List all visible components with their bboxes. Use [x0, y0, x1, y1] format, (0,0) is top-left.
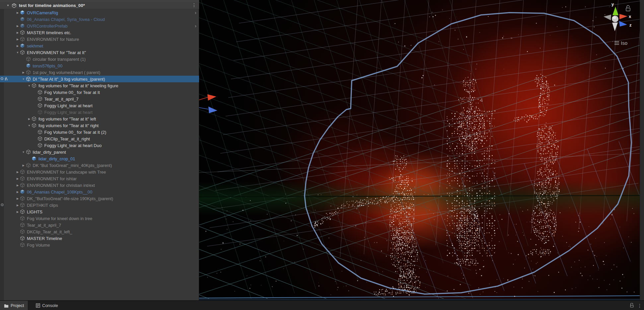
prefab-cube-icon: [26, 63, 31, 68]
unity-scene-icon: [12, 3, 17, 8]
visibility-icon[interactable]: [0, 77, 4, 81]
gameobject-cube-icon: [37, 90, 43, 95]
hierarchy-row[interactable]: ▶sekhmet: [0, 42, 199, 49]
hierarchy-row-label: 06_Ananias Chapel_108Kpts__00: [27, 190, 92, 194]
bottom-tab-bar: Project Console ⋮: [0, 300, 644, 310]
prefab-open-chevron[interactable]: ›: [195, 23, 196, 29]
x-axis-label: x: [629, 14, 631, 19]
expand-arrow[interactable]: ▶: [15, 38, 20, 41]
hierarchy-row[interactable]: MASTER Timeline: [0, 235, 199, 242]
hierarchy-row-label: MASTER Timeline: [27, 236, 62, 241]
hierarchy-row-label: Foggy Light_tear at heart: [44, 103, 93, 108]
prefab-cube-icon: [20, 189, 25, 194]
hierarchy-row-label: lidar_dirty_parent: [33, 150, 66, 155]
hierarchy-row[interactable]: ▶06_Ananias Chapel_108Kpts__00: [0, 189, 199, 195]
hierarchy-row-label: Tear_at_it_april_7: [44, 97, 79, 102]
expand-arrow[interactable]: ▼: [15, 51, 20, 54]
hierarchy-row-label: LIGHTS: [27, 209, 42, 214]
hierarchy-row[interactable]: ▶OVRCameraRig›: [0, 9, 199, 16]
hierarchy-row[interactable]: Fog Volume 00_ for Tear at It: [0, 89, 199, 96]
hierarchy-row-label: ENVIRONMENT for "Tear at It": [27, 50, 86, 55]
expand-arrow[interactable]: ▶: [21, 71, 26, 74]
hierarchy-row[interactable]: Foggy Light_tear at heart: [0, 102, 199, 109]
hierarchy-row-label: Foggy Light_tear at heart: [44, 110, 93, 115]
gameobject-cube-icon: [20, 37, 25, 42]
hierarchy-row[interactable]: DKClip_Tear_at_it_right: [0, 135, 199, 142]
expand-arrow[interactable]: ▶: [15, 204, 20, 207]
hierarchy-row[interactable]: ▶ENVIRONMENT for Landscape with Tree: [0, 169, 199, 175]
hierarchy-row[interactable]: ▼lidar_dirty_parent: [0, 149, 199, 155]
hierarchy-kebab-icon[interactable]: ⋮: [192, 2, 196, 8]
expand-arrow[interactable]: ▶: [15, 25, 20, 28]
hierarchy-row[interactable]: DKClip_Tear_at_it_left_: [0, 228, 199, 235]
expand-arrow[interactable]: ▶: [15, 177, 20, 180]
expand-arrow[interactable]: ▼: [21, 78, 26, 81]
gameobject-cube-icon: [20, 209, 25, 214]
expand-arrow[interactable]: ▶: [15, 44, 20, 47]
hierarchy-row[interactable]: ▼fog volumes for "Tear at It" kneeling f…: [0, 82, 199, 89]
hierarchy-row-label: DKClip_Tear_at_it_right: [44, 136, 90, 141]
hierarchy-row[interactable]: ▶DK "But TooGreat"_mini_40Kpts_(parent): [0, 162, 199, 169]
expand-arrow[interactable]: ▼: [27, 124, 32, 127]
hierarchy-row[interactable]: Fog Volume for kneel down in tree: [0, 215, 199, 222]
prefab-open-chevron[interactable]: ›: [195, 9, 196, 16]
scene-foldout-icon[interactable]: ▼: [7, 4, 9, 7]
hierarchy-row[interactable]: ▶OVRControllerPrefab›: [0, 23, 199, 29]
footer-kebab-icon[interactable]: ⋮: [637, 303, 642, 308]
hierarchy-row[interactable]: ▼ENVIRONMENT for "Tear at It": [0, 49, 199, 56]
expand-arrow[interactable]: ▶: [15, 171, 20, 174]
hierarchy-row[interactable]: Fog Volume: [0, 242, 199, 248]
expand-arrow[interactable]: ▶: [27, 117, 32, 120]
scene-title: test for timeline animations_00*: [19, 3, 85, 8]
iso-label: Iso: [621, 40, 627, 46]
unity-editor-window: ▼ test for timeline animations_00* ⋮ ▶OV…: [0, 0, 644, 310]
scene-viewport[interactable]: y x z Iso: [199, 0, 640, 300]
expand-arrow[interactable]: ▼: [21, 151, 26, 154]
expand-arrow[interactable]: ▶: [21, 164, 26, 167]
hierarchy-row[interactable]: torus576pts_00: [0, 62, 199, 69]
hierarchy-row[interactable]: 06_Ananias Chapel, Syria_fovea - Cloud: [0, 16, 199, 23]
gameobject-cube-icon: [20, 229, 25, 234]
hierarchy-row[interactable]: ▶LIGHTS: [0, 208, 199, 215]
hierarchy-row[interactable]: Foggy Light_tear at heart Duo: [0, 142, 199, 149]
gameobject-cube-icon: [20, 242, 25, 248]
gameobject-cube-icon: [26, 163, 31, 168]
hierarchy-row[interactable]: ▶ENVIRONMENT for ishtar: [0, 175, 199, 182]
scene-view[interactable]: y x z Iso: [199, 0, 640, 300]
expand-arrow[interactable]: ▼: [27, 84, 32, 87]
hierarchy-row[interactable]: Tear_at_it_april_7: [0, 96, 199, 102]
expand-arrow[interactable]: ▶: [15, 197, 20, 200]
hierarchy-row[interactable]: Foggy Light_tear at heart: [0, 109, 199, 116]
tab-project[interactable]: Project: [0, 301, 28, 310]
hierarchy-row[interactable]: ▶DEPTHKIT clips: [0, 202, 199, 208]
hierarchy-row[interactable]: ▼DI "Tear At It"_3 fog volumes_(parent): [0, 76, 199, 82]
hierarchy-row[interactable]: circular floor transparent (1): [0, 56, 199, 62]
hierarchy-row[interactable]: ▼fog volumes for "Tear at It" right: [0, 122, 199, 129]
scene-header-row[interactable]: ▼ test for timeline animations_00* ⋮: [0, 2, 199, 9]
expand-arrow[interactable]: ▶: [15, 191, 20, 194]
expand-arrow[interactable]: ▶: [15, 184, 20, 187]
expand-arrow[interactable]: ▶: [15, 210, 20, 213]
prefab-cube-icon: [20, 17, 25, 22]
gameobject-cube-icon: [20, 169, 25, 175]
hierarchy-row-label: 1st pov_fog volume&heart ( parent): [33, 70, 101, 75]
pickability-icon[interactable]: [4, 77, 8, 81]
tab-console[interactable]: Console: [32, 301, 62, 310]
hierarchy-row[interactable]: ▶1st pov_fog volume&heart ( parent): [0, 69, 199, 76]
hierarchy-row[interactable]: ▶fog volumes for "Tear at It" left: [0, 116, 199, 122]
expand-arrow[interactable]: ▶: [15, 31, 20, 34]
hierarchy-row-label: circular floor transparent (1): [33, 57, 86, 62]
y-axis-label: y: [611, 2, 614, 7]
hierarchy-row[interactable]: lidar_dirty_crop_01: [0, 155, 199, 162]
hierarchy-row[interactable]: ▶ENVIRONMENT for christian int/ext: [0, 182, 199, 189]
hierarchy-row[interactable]: Tear_at_it_april_7: [0, 222, 199, 228]
gameobject-cube-icon: [20, 50, 25, 55]
hierarchy-row[interactable]: Fog Volume 00_ for Tear at It (2): [0, 129, 199, 135]
footer-lock-icon[interactable]: [629, 303, 634, 308]
hierarchy-row[interactable]: ▶MASTER timelines etc.: [0, 29, 199, 36]
hierarchy-row[interactable]: ▶DK_"ButTooGreat"-life-size 190Kpts_(par…: [0, 195, 199, 202]
hierarchy-row-label: 06_Ananias Chapel, Syria_fovea - Cloud: [27, 17, 105, 22]
hierarchy-row[interactable]: ▶ENVIRONMENT for Nature: [0, 36, 199, 42]
hidden-eye-icon[interactable]: [0, 203, 4, 207]
expand-arrow[interactable]: ▶: [15, 11, 20, 14]
